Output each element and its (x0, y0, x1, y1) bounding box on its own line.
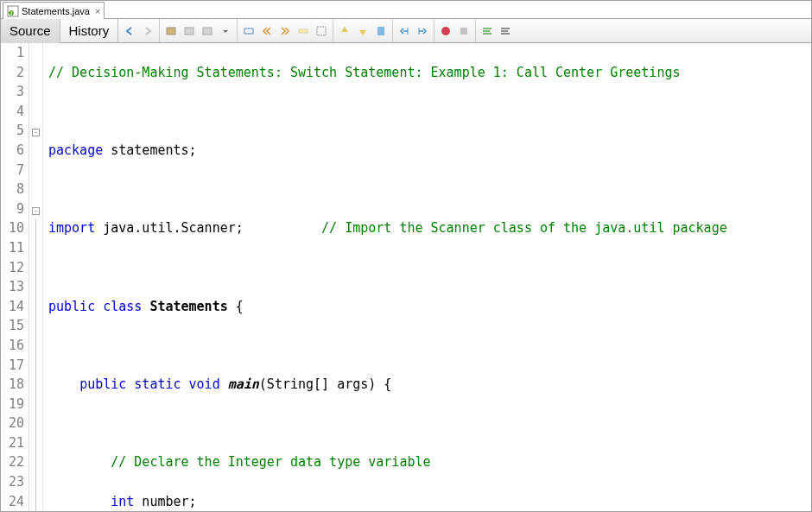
find-selection-icon[interactable] (241, 23, 257, 39)
prev-bookmark-icon[interactable] (337, 23, 352, 39)
toolbar-btn-1[interactable] (163, 23, 179, 39)
start-macro-icon[interactable] (438, 23, 454, 39)
tab-history[interactable]: History (60, 19, 119, 43)
svg-rect-9 (377, 27, 384, 35)
toggle-bookmark-icon[interactable] (373, 23, 389, 39)
svg-point-10 (441, 27, 450, 35)
code-area[interactable]: // Decision-Making Statements: Switch St… (43, 43, 811, 511)
toolbar-btn-2[interactable] (181, 23, 197, 39)
code-editor[interactable]: 123456789101112131415161718192021222324 … (1, 43, 811, 511)
toggle-highlight-icon[interactable] (295, 23, 311, 39)
svg-rect-11 (460, 28, 467, 35)
svg-rect-7 (299, 29, 308, 33)
editor-toolbar: Source History (1, 19, 811, 43)
toggle-selection-icon[interactable] (314, 23, 329, 39)
editor-tab-bar: J Statements.java × (1, 1, 811, 19)
fold-toggle-icon[interactable]: - (32, 129, 40, 136)
comment-icon[interactable] (479, 23, 495, 39)
svg-rect-6 (244, 28, 253, 34)
find-prev-icon[interactable] (259, 23, 275, 39)
line-number-gutter: 123456789101112131415161718192021222324 (1, 43, 29, 511)
fold-gutter: - - (29, 43, 43, 511)
shift-right-icon[interactable] (415, 23, 430, 39)
fold-toggle-icon[interactable]: - (32, 207, 40, 215)
toolbar-dropdown-icon[interactable] (218, 23, 233, 39)
file-tab-statements[interactable]: J Statements.java × (3, 2, 105, 19)
forward-icon[interactable] (140, 23, 155, 39)
stop-macro-icon[interactable] (456, 23, 472, 39)
file-tab-label: Statements.java (22, 6, 90, 16)
tab-source[interactable]: Source (1, 19, 60, 43)
svg-rect-5 (203, 28, 212, 35)
next-bookmark-icon[interactable] (355, 23, 371, 39)
java-file-icon: J (7, 5, 19, 17)
toolbar-btn-3[interactable] (200, 23, 215, 39)
close-tab-icon[interactable]: × (95, 6, 100, 16)
shift-left-icon[interactable] (396, 23, 412, 39)
find-next-icon[interactable] (277, 23, 293, 39)
back-icon[interactable] (122, 23, 137, 39)
uncomment-icon[interactable] (498, 23, 513, 39)
svg-rect-3 (167, 28, 175, 35)
svg-rect-8 (317, 27, 326, 35)
svg-rect-4 (185, 28, 193, 35)
